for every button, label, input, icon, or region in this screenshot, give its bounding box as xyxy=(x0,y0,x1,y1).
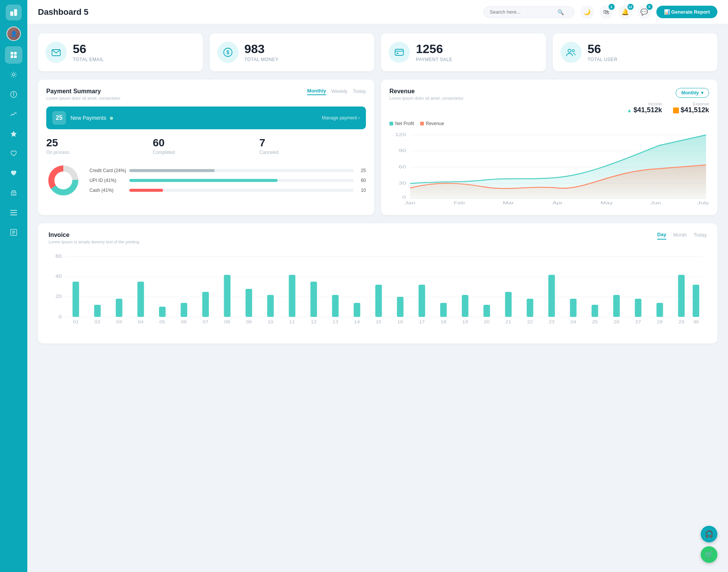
invoice-tab-month[interactable]: Month xyxy=(673,232,687,240)
svg-rect-0 xyxy=(10,11,13,16)
fab-support[interactable]: 🎧 xyxy=(701,526,717,542)
tab-monthly[interactable]: Monthly xyxy=(307,88,326,95)
bar-val-cc: 25 xyxy=(358,168,366,173)
svg-rect-116 xyxy=(693,285,699,317)
invoice-tab-day[interactable]: Day xyxy=(657,232,666,240)
payment-summary-card: Payment Summary Lorem ipsum dolor sit am… xyxy=(38,80,374,215)
middle-row: Payment Summary Lorem ipsum dolor sit am… xyxy=(38,80,717,215)
main-content: Dashboard 5 🔍 🌙 🛍 2 🔔 12 💬 5 📊 Generate … xyxy=(27,0,728,572)
sidebar-logo[interactable] xyxy=(6,5,22,20)
bar-fill-cash xyxy=(129,189,163,192)
svg-text:30: 30 xyxy=(693,320,699,324)
svg-text:07: 07 xyxy=(203,320,209,324)
chevron-down-icon: ▾ xyxy=(701,90,703,96)
invoice-tab-today[interactable]: Today xyxy=(693,232,707,240)
sidebar-item-wishlist[interactable] xyxy=(5,145,22,162)
payment-stats: 25 On process 60 Completed 7 Canceled xyxy=(46,137,366,155)
sidebar: 👤 xyxy=(0,0,27,572)
search-input[interactable] xyxy=(490,9,554,15)
new-payments-count: 25 xyxy=(52,111,66,125)
sidebar-item-heart[interactable] xyxy=(5,165,22,182)
manage-payment-link[interactable]: Manage payment › xyxy=(322,115,360,121)
legend-revenue: Revenue xyxy=(420,121,444,126)
legend-net-profit: Net Profit xyxy=(389,121,414,126)
svg-text:Jan: Jan xyxy=(405,201,416,205)
sidebar-item-settings[interactable] xyxy=(5,66,22,83)
avatar[interactable]: 👤 xyxy=(6,27,21,41)
svg-text:30: 30 xyxy=(399,181,406,185)
revenue-subtitle: Lorem ipsum dolor sit amet, consectetur xyxy=(389,96,464,100)
stat-label-payment: PAYMENT SALE xyxy=(416,57,452,62)
bar-label-upi: UPI ID (41%) xyxy=(89,178,126,183)
invoice-title: Invoice xyxy=(49,232,139,238)
svg-text:20: 20 xyxy=(55,294,62,299)
bar-cash: Cash (41%) 10 xyxy=(89,188,366,193)
revenue-title: Revenue xyxy=(389,88,464,95)
svg-rect-72 xyxy=(224,275,231,317)
bar-fill-cc xyxy=(129,169,215,172)
sidebar-item-analytics[interactable] xyxy=(5,105,22,123)
svg-rect-102 xyxy=(548,275,555,317)
revenue-header: Revenue Lorem ipsum dolor sit amet, cons… xyxy=(389,88,709,117)
svg-text:10: 10 xyxy=(268,320,273,324)
payment-summary-subtitle: Lorem ipsum dolor sit amet, consectetur xyxy=(46,96,121,100)
theme-toggle[interactable]: 🌙 xyxy=(581,5,594,19)
svg-text:19: 19 xyxy=(462,320,468,324)
stat-info-email: 56 TOTAL EMAIL xyxy=(73,42,104,62)
stat-card-payment: 1256 PAYMENT SALE xyxy=(381,33,546,71)
svg-rect-12 xyxy=(13,194,15,194)
svg-text:16: 16 xyxy=(397,320,403,324)
chat-icon-btn[interactable]: 💬 5 xyxy=(637,5,651,19)
cart-icon-btn[interactable]: 🛍 2 xyxy=(599,5,613,19)
svg-rect-100 xyxy=(527,299,533,317)
income-item: Income ▲ $41,512k xyxy=(627,102,662,114)
header: Dashboard 5 🔍 🌙 🛍 2 🔔 12 💬 5 📊 Generate … xyxy=(27,0,728,24)
svg-text:15: 15 xyxy=(376,320,381,324)
revenue-legend: Net Profit Revenue xyxy=(389,121,709,126)
chat-badge: 5 xyxy=(646,4,653,10)
sidebar-item-info[interactable] xyxy=(5,86,22,103)
expense-item: Expense 🟧 $41,512k xyxy=(673,102,709,114)
svg-text:29: 29 xyxy=(678,320,684,324)
svg-text:60: 60 xyxy=(399,165,406,169)
stat-icon-payment xyxy=(389,42,410,63)
sidebar-item-menu[interactable] xyxy=(5,204,22,221)
stat-info-user: 56 TOTAL USER xyxy=(588,42,618,62)
invoice-section: Invoice Lorem Ipsum is simply dummy text… xyxy=(38,223,717,343)
header-actions: 🌙 🛍 2 🔔 12 💬 5 📊 Generate Report xyxy=(581,5,717,19)
generate-report-button[interactable]: 📊 Generate Report xyxy=(656,6,717,18)
svg-text:24: 24 xyxy=(570,320,576,324)
svg-rect-106 xyxy=(592,305,598,317)
revenue-monthly-btn[interactable]: Monthly ▾ xyxy=(676,88,709,98)
svg-text:05: 05 xyxy=(160,320,165,324)
stat-info-money: 983 TOTAL MONEY xyxy=(245,42,279,62)
svg-rect-80 xyxy=(311,282,317,317)
tab-weekly[interactable]: Weekly xyxy=(331,88,347,95)
tab-today[interactable]: Today xyxy=(353,88,366,95)
stat-card-money: $ 983 TOTAL MONEY xyxy=(210,33,375,71)
stat-lbl-completed: Completed xyxy=(153,150,259,155)
stat-label-email: TOTAL EMAIL xyxy=(73,57,104,62)
fab-cart[interactable]: 🛒 xyxy=(701,546,717,563)
svg-rect-110 xyxy=(635,299,641,317)
payment-bottom: Credit Card (24%) 25 UPI ID (41%) 60 xyxy=(46,163,366,197)
sidebar-item-list[interactable] xyxy=(5,224,22,241)
svg-text:21: 21 xyxy=(505,320,511,324)
sidebar-item-print[interactable] xyxy=(5,184,22,202)
svg-rect-84 xyxy=(354,303,360,317)
invoice-title-area: Invoice Lorem Ipsum is simply dummy text… xyxy=(49,232,139,244)
svg-text:12: 12 xyxy=(311,320,317,324)
stat-value-user: 56 xyxy=(588,42,618,56)
bell-icon-btn[interactable]: 🔔 12 xyxy=(618,5,632,19)
payment-summary-title-area: Payment Summary Lorem ipsum dolor sit am… xyxy=(46,88,121,100)
svg-text:40: 40 xyxy=(55,274,62,279)
sidebar-item-dashboard[interactable] xyxy=(5,46,22,64)
stat-lbl-canceled: Canceled xyxy=(259,150,366,155)
svg-text:28: 28 xyxy=(657,320,662,324)
svg-rect-104 xyxy=(570,299,576,317)
bar-upi: UPI ID (41%) 60 xyxy=(89,178,366,183)
sidebar-item-favorites[interactable] xyxy=(5,125,22,143)
svg-rect-24 xyxy=(395,49,403,55)
search-bar[interactable]: 🔍 xyxy=(483,6,574,18)
stat-value-email: 56 xyxy=(73,42,104,56)
